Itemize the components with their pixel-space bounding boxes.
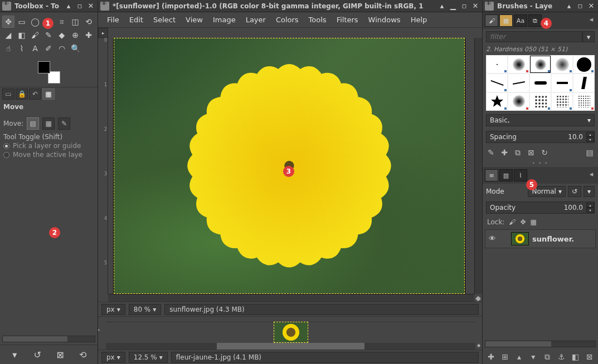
edit-brush[interactable]: ✎ (486, 147, 496, 158)
image-min-button[interactable]: ▁ (449, 2, 458, 11)
brush-filter-dropdown[interactable]: ▾ (582, 31, 595, 42)
layer-visibility[interactable]: 👁 (489, 234, 498, 243)
restore-tool-options[interactable]: ↺ (31, 348, 43, 361)
brush-7[interactable] (508, 73, 529, 92)
move-active-radio[interactable] (3, 152, 9, 158)
brush-3[interactable] (529, 55, 551, 73)
brush-5[interactable] (573, 55, 595, 73)
pencil-tool[interactable]: ✎ (42, 29, 55, 41)
layers-hscroll[interactable] (485, 341, 596, 347)
brush-15[interactable] (573, 92, 595, 111)
eraser-tool[interactable]: ◆ (56, 29, 68, 41)
mode-reset[interactable]: ↺ (568, 186, 581, 197)
brush-10[interactable] (573, 73, 595, 92)
menu-select[interactable]: Select (149, 14, 180, 25)
menu-view[interactable]: View (181, 14, 207, 25)
brush-tool[interactable]: 🖌 (29, 29, 41, 41)
menu-image[interactable]: Image (208, 14, 240, 25)
dock-separator[interactable]: • • • (483, 160, 598, 167)
fg-color[interactable] (38, 61, 50, 73)
path-tool[interactable]: ⌇ (16, 42, 28, 55)
tab-patterns[interactable]: ▦ (499, 14, 513, 27)
lasso-tool[interactable]: ◯ (29, 16, 41, 28)
reset-tool-options[interactable]: ⟲ (77, 348, 89, 361)
brush-8[interactable] (529, 73, 551, 92)
pick-layer-radio[interactable] (3, 143, 9, 149)
brush-6[interactable] (486, 73, 508, 92)
brushes-shade-button[interactable]: ▴ (565, 2, 573, 11)
toolbox-max-button[interactable]: ▫ (75, 2, 84, 11)
unit-select-2[interactable]: px▾ (101, 352, 125, 363)
move-active-radio-row[interactable]: Move the active laye (3, 151, 94, 159)
menu-filters[interactable]: Filters (332, 14, 363, 25)
brushes-close-button[interactable]: ✕ (587, 2, 596, 11)
merge-layer[interactable]: ⚓ (556, 352, 566, 362)
tab-fonts[interactable]: Aa (514, 14, 527, 27)
image-viewport[interactable] (108, 38, 474, 294)
tab-paths[interactable]: ⌇ (514, 169, 527, 181)
tab-layers[interactable]: ≡ (485, 169, 498, 181)
move-tool[interactable]: ✥ (2, 16, 14, 28)
delete-tool-options[interactable]: ⊠ (54, 348, 66, 361)
tool-options-hscroll[interactable] (2, 336, 95, 342)
brush-2[interactable] (508, 55, 529, 73)
bucket-tool[interactable]: ◢ (2, 29, 14, 41)
dup-layer[interactable]: ⧉ (542, 352, 552, 362)
smudge-tool[interactable]: ☝ (2, 42, 14, 55)
text-tool[interactable]: A (29, 42, 41, 55)
gradient-tool[interactable]: ◧ (16, 29, 28, 41)
open-brush-folder[interactable]: ▤ (585, 147, 595, 158)
lock-alpha[interactable]: ▦ (530, 218, 536, 226)
menu-help[interactable]: Help (406, 14, 432, 25)
unit-select[interactable]: px▾ (101, 304, 125, 315)
fg-bg-colors[interactable] (38, 61, 60, 83)
image-max-button[interactable]: ▫ (460, 2, 469, 11)
mini-canvas-image[interactable] (274, 322, 308, 342)
dock-menu-button[interactable]: ◂ (587, 14, 596, 23)
layer-row[interactable]: 👁 sunflower. (485, 229, 596, 248)
layer-thumbnail[interactable] (511, 232, 529, 245)
heal-tool[interactable]: ✚ (82, 29, 95, 41)
new-layer[interactable]: ✚ (486, 352, 496, 362)
tab-device[interactable]: 🔒 (16, 88, 28, 100)
crop-tool[interactable]: ⌗ (56, 16, 68, 28)
measure-tool[interactable]: ◠ (56, 42, 68, 55)
refresh-brush[interactable]: ↻ (539, 147, 550, 158)
brush-9[interactable] (551, 73, 573, 92)
brush-preset-select[interactable]: Basic,▾ (486, 114, 595, 126)
brushes-max-button[interactable]: ▫ (576, 2, 585, 11)
toolbox-shade-button[interactable]: ▴ (64, 2, 73, 11)
move-mode-layer[interactable]: ▤ (27, 117, 39, 130)
toolbox-close-button[interactable]: ✕ (86, 2, 95, 11)
layers-dock-menu[interactable]: ◂ (587, 169, 596, 178)
wand-tool[interactable]: ↯ (42, 16, 55, 28)
move-mode-path[interactable]: ✎ (58, 117, 70, 130)
zoom-select-2[interactable]: 12.5 %▾ (129, 352, 168, 363)
brush-13[interactable] (529, 92, 551, 111)
menu-windows[interactable]: Windows (364, 14, 405, 25)
brush-12[interactable] (508, 92, 529, 111)
zoom-select[interactable]: 80 %▾ (129, 304, 162, 315)
layer-down[interactable]: ▾ (528, 352, 538, 362)
new-brush[interactable]: ✚ (499, 147, 509, 158)
rect-select-tool[interactable]: ▭ (16, 16, 28, 28)
ruler-corner[interactable]: ▸ (98, 28, 108, 38)
pick-layer-radio-row[interactable]: Pick a layer or guide (3, 142, 94, 150)
tab-channels[interactable]: ▥ (499, 169, 513, 181)
nav-button[interactable]: ◆ (474, 294, 482, 302)
mode-select[interactable]: Normal▾ (528, 186, 565, 197)
delete-layer[interactable]: ⊠ (585, 352, 595, 362)
picker-tool[interactable]: ✐ (42, 42, 55, 55)
tab-brushes[interactable]: 🖌 (485, 14, 498, 27)
menu-colors[interactable]: Colors (271, 14, 303, 25)
canvas-vscroll[interactable] (474, 38, 482, 294)
brush-14[interactable] (551, 92, 573, 111)
menu-edit[interactable]: Edit (125, 14, 148, 25)
new-group[interactable]: ⊞ (500, 352, 510, 362)
image-shade-button[interactable]: ▴ (437, 2, 446, 11)
brush-1[interactable] (486, 55, 508, 73)
brush-filter-input[interactable] (486, 31, 582, 42)
menu-tools[interactable]: Tools (304, 14, 331, 25)
brush-4[interactable] (551, 55, 573, 73)
menu-file[interactable]: File (103, 14, 124, 25)
